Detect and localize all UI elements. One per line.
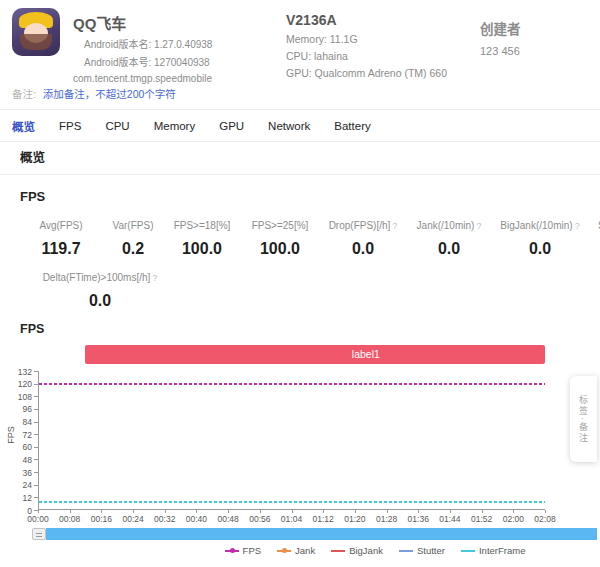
x-tick-mark (101, 510, 102, 513)
y-tick-label: 132 (6, 367, 32, 377)
x-tick-label: 01:44 (435, 514, 465, 524)
stat-column: BigJank(/10min)?0.0 (492, 220, 588, 258)
y-tick-label: 108 (6, 392, 32, 402)
y-tick-label: 12 (6, 493, 32, 503)
legend-item-bigjank[interactable]: BigJank (331, 545, 383, 556)
device-cpu: CPU: lahaina (286, 50, 447, 62)
delta-ftime-value: 0.0 (30, 292, 170, 310)
x-tick-mark (513, 510, 514, 513)
x-tick-mark (387, 510, 388, 513)
y-tick-mark (34, 371, 38, 372)
legend-item-stutter[interactable]: Stutter (399, 545, 445, 556)
stat-column: Avg(FPS)119.7 (20, 220, 102, 258)
y-tick-label: 36 (6, 468, 32, 478)
tab-gpu[interactable]: GPU (219, 120, 244, 132)
tab-cpu[interactable]: CPU (105, 120, 129, 132)
x-tick-mark (355, 510, 356, 513)
creator-value: 123 456 (480, 45, 521, 57)
help-icon[interactable]: ? (392, 221, 397, 231)
stat-value: 0.0 (492, 240, 588, 258)
y-tick-mark (34, 497, 38, 498)
x-tick-mark (292, 510, 293, 513)
annotation-band[interactable]: label1 (85, 345, 545, 364)
x-tick-mark (260, 510, 261, 513)
stat-column: Jank(/10min)?0.0 (406, 220, 492, 258)
x-tick-mark (228, 510, 229, 513)
x-tick-label: 00:56 (245, 514, 275, 524)
stat-value: 100.0 (240, 240, 320, 258)
y-tick-label: 72 (6, 430, 32, 440)
stat-label: FPS>=18[%] (174, 220, 231, 231)
stat-label: Avg(FPS) (39, 220, 82, 231)
fps-extra-stat: Delta(FTime)>100ms[/h]? 0.0 (30, 272, 170, 310)
scrollbar-left-handle[interactable] (32, 528, 46, 540)
y-tick-mark (34, 384, 38, 385)
stat-value: 119.7 (20, 240, 102, 258)
fps-chart: label1 FPS 标签·备注 FPSJankBigJankStutterIn… (0, 338, 600, 563)
legend-label: Stutter (417, 545, 445, 556)
y-tick-mark (34, 472, 38, 473)
series-line-interframe (39, 501, 545, 503)
chart-side-panel-label: 标签·备注 (577, 395, 590, 444)
legend-marker (331, 550, 345, 552)
x-tick-mark (482, 510, 483, 513)
chart-side-panel-toggle[interactable]: 标签·备注 (570, 376, 597, 462)
app-icon-hair (20, 34, 52, 50)
x-tick-label: 00:48 (213, 514, 243, 524)
report-header: QQ飞车 Android版本名: 1.27.0.40938 Android版本号… (0, 0, 600, 84)
help-icon[interactable]: ? (575, 221, 580, 231)
stat-column: Drop(FPS)[/h]?0.0 (320, 220, 406, 258)
device-model: V2136A (286, 12, 447, 28)
x-tick-label: 01:04 (277, 514, 307, 524)
tab-概览[interactable]: 概览 (12, 118, 35, 134)
y-tick-label: 84 (6, 417, 32, 427)
legend-item-fps[interactable]: FPS (225, 545, 261, 556)
stat-column: Stutter[%]0.0 (588, 220, 600, 258)
x-tick-label: 00:40 (181, 514, 211, 524)
note-row: 备注: 添加备注，不超过200个字符 (0, 84, 600, 110)
stat-label: BigJank(/10min) (500, 220, 572, 231)
stat-value: 0.0 (320, 240, 406, 258)
x-tick-mark (196, 510, 197, 513)
x-tick-label: 00:00 (23, 514, 53, 524)
x-tick-label: 01:12 (308, 514, 338, 524)
x-tick-label: 00:08 (55, 514, 85, 524)
legend-marker (399, 550, 413, 552)
tab-network[interactable]: Network (268, 120, 310, 132)
tab-fps[interactable]: FPS (59, 120, 81, 132)
legend-item-interframe[interactable]: InterFrame (461, 545, 525, 556)
stat-value: 0.0 (588, 240, 600, 258)
tab-memory[interactable]: Memory (154, 120, 196, 132)
help-icon[interactable]: ? (476, 221, 481, 231)
stat-value: 100.0 (164, 240, 240, 258)
scrollbar-track[interactable] (46, 528, 597, 540)
plot-area[interactable] (38, 371, 545, 510)
y-tick-mark (34, 396, 38, 397)
y-tick-mark (34, 434, 38, 435)
app-icon (12, 8, 60, 56)
app-version-code: Android版本号: 1270040938 (84, 54, 212, 69)
tab-battery[interactable]: Battery (334, 120, 370, 132)
overview-section-title: 概览 (0, 142, 600, 175)
y-tick-mark (34, 459, 38, 460)
stat-value: 0.0 (406, 240, 492, 258)
creator-label: 创建者 (480, 18, 521, 38)
y-tick-label: 96 (6, 404, 32, 414)
x-tick-mark (450, 510, 451, 513)
chart-legend: FPSJankBigJankStutterInterFrame (150, 545, 600, 556)
stat-label: Var(FPS) (113, 220, 154, 231)
legend-item-jank[interactable]: Jank (277, 545, 315, 556)
x-tick-label: 01:20 (340, 514, 370, 524)
fps-chart-title: FPS (0, 310, 600, 336)
help-icon[interactable]: ? (152, 273, 157, 283)
stat-value: 0.2 (102, 240, 164, 258)
y-tick-mark (34, 422, 38, 423)
app-name: QQ飞车 (73, 12, 212, 33)
y-tick-label: 48 (6, 455, 32, 465)
legend-marker (461, 550, 475, 552)
stat-column: FPS>=18[%]100.0 (164, 220, 240, 258)
time-range-scrollbar (32, 528, 597, 540)
x-tick-mark (323, 510, 324, 513)
x-tick-mark (545, 510, 546, 513)
add-note-link[interactable]: 添加备注，不超过200个字符 (43, 88, 176, 100)
